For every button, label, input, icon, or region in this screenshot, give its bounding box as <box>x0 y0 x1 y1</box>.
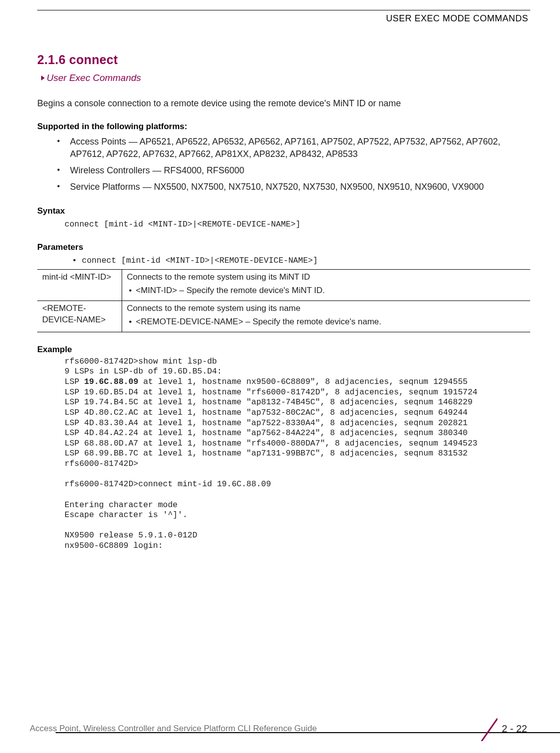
param-desc-text: Connects to the remote system using its … <box>127 303 526 314</box>
param-desc-text: Connects to the remote system using its … <box>127 272 526 283</box>
param-desc: Connects to the remote system using its … <box>122 270 530 301</box>
platforms-list: Access Points — AP6521, AP6522, AP6532, … <box>37 136 530 194</box>
brand-slash-icon <box>475 718 497 741</box>
table-row: <REMOTE-DEVICE-NAME> Connects to the rem… <box>37 301 530 332</box>
breadcrumb-link[interactable]: User Exec Commands <box>47 72 141 84</box>
syntax-heading: Syntax <box>37 206 530 217</box>
arrow-right-icon <box>41 75 45 80</box>
list-item: Access Points — AP6521, AP6522, AP6532, … <box>57 136 530 160</box>
table-row: mint-id <MINT-ID> Connects to the remote… <box>37 270 530 301</box>
list-item: Service Platforms — NX5500, NX7500, NX75… <box>57 181 530 193</box>
example-heading: Example <box>37 344 530 356</box>
breadcrumb: User Exec Commands <box>37 72 530 84</box>
example-code: rfs6000-81742D>show mint lsp-db9 LSPs in… <box>37 357 530 551</box>
syntax-code: connect [mint-id <MINT-ID>|<REMOTE-DEVIC… <box>37 219 530 230</box>
list-item: Wireless Controllers — RFS4000, RFS6000 <box>57 164 530 177</box>
footer-text: Access Point, Wireless Controller and Se… <box>30 723 317 735</box>
param-bullet: <MINT-ID> – Specify the remote device's … <box>127 285 526 297</box>
param-bullet: <REMOTE-DEVICE-NAME> – Specify the remot… <box>127 316 526 328</box>
param-name: mint-id <MINT-ID> <box>37 270 122 301</box>
page-number: 2 - 22 <box>502 722 527 736</box>
platforms-heading: Supported in the following platforms: <box>37 121 530 133</box>
footer: Access Point, Wireless Controller and Se… <box>0 718 560 738</box>
parameters-table: mint-id <MINT-ID> Connects to the remote… <box>37 269 530 332</box>
parameters-code: connect [mint-id <MINT-ID>|<REMOTE-DEVIC… <box>37 255 530 266</box>
param-name: <REMOTE-DEVICE-NAME> <box>37 301 122 332</box>
header-category: USER EXEC MODE COMMANDS <box>37 10 530 24</box>
intro-text: Begins a console connection to a remote … <box>37 97 530 109</box>
parameters-heading: Parameters <box>37 242 530 253</box>
param-desc: Connects to the remote system using its … <box>122 301 530 332</box>
section-title: 2.1.6 connect <box>37 52 530 69</box>
